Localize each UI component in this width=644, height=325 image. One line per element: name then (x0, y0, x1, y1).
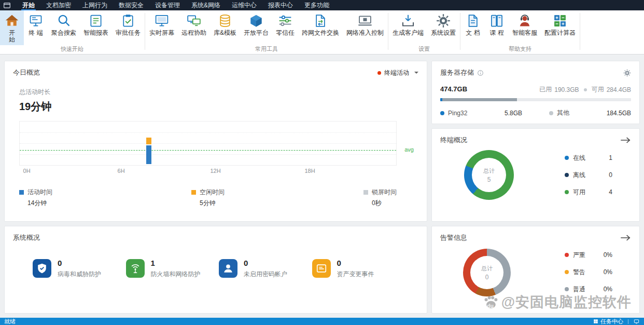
used-value: 190.3GB (554, 86, 579, 93)
card-title: 系统概况 (13, 233, 40, 242)
nac-icon (358, 13, 372, 28)
legend-dot-icon (565, 253, 569, 257)
ribbon-button-label: 配置计算器 (544, 30, 576, 36)
free-label: 可用 (592, 85, 604, 94)
average-line (20, 150, 396, 151)
active-time-bar (146, 145, 151, 164)
status-bar: 就绪 任务中心 (0, 318, 644, 325)
storage-total: 474.7GB (440, 85, 467, 93)
legend-value: 5分钟 (200, 199, 225, 208)
support-icon (517, 13, 532, 28)
gear-icon[interactable] (623, 69, 631, 77)
storage-row: 其他184.5GB (549, 109, 631, 117)
ribbon-button-settings[interactable]: 系统设置 (427, 10, 459, 45)
ribbon-button-label: 智能客服 (512, 30, 537, 36)
legend-value: 0 (609, 171, 612, 179)
ribbon-button-platform[interactable]: 开放平台 (240, 10, 272, 45)
monitor-icon[interactable] (633, 319, 640, 324)
legend-value: 0% (604, 286, 612, 293)
ribbon-button-support[interactable]: 智能客服 (509, 10, 541, 45)
arrow-right-icon[interactable] (620, 137, 631, 144)
course-icon (489, 13, 504, 28)
legend-name: 空闲时间 (200, 188, 225, 197)
chevron-down-icon (414, 72, 418, 76)
ribbon-button-label: 文 档 (466, 30, 480, 36)
metric-label: 总活动时长 (19, 88, 418, 97)
legend-dot-icon (565, 156, 569, 160)
ribbon-button-remote[interactable]: 远程协助 (178, 10, 210, 45)
legend-value: 1 (609, 154, 612, 161)
approval-icon (121, 13, 135, 28)
app-window-icon (3, 2, 11, 9)
arrow-right-icon[interactable] (620, 234, 631, 241)
legend-name: 可用 (573, 188, 585, 197)
menu-tab-6[interactable]: 系统&网络 (186, 0, 226, 10)
ribbon-button-calculator[interactable]: 配置计算器 (541, 10, 579, 45)
grid-icon (593, 319, 598, 324)
ribbon-button-report[interactable]: 智能报表 (80, 10, 112, 45)
ribbon-button-label: 实时屏幕 (149, 30, 174, 36)
storage-name: Ping32 (448, 110, 467, 117)
server-storage-card: 服务器存储 474.7GB 已用 190.3GB 可用 284.4GB (431, 61, 640, 124)
chart-legend-item: 空闲时间5分钟 (191, 188, 225, 208)
zerotrust-icon (278, 13, 292, 28)
x-tick-label: 0H (23, 168, 31, 174)
card-title: 今日概览 (13, 68, 40, 77)
info-icon[interactable] (477, 70, 484, 76)
menu-tab-7[interactable]: 运维中心 (226, 0, 262, 10)
ribbon-button-nac[interactable]: 网络准入控制 (343, 10, 387, 45)
system-overview-card: 系统概况 0病毒和威胁防护1防火墙和网络防护0未启用密码帐户0资产变更事件 (4, 226, 427, 314)
donut-center-label: 总计 (483, 167, 495, 175)
ribbon-separator (580, 13, 580, 50)
metric-value: 0 (58, 259, 101, 267)
ribbon-button-label: 课 程 (489, 30, 503, 36)
donut-legend-item: 严重0% (565, 251, 612, 260)
storage-progress-bar (440, 98, 631, 101)
storage-value: 5.8GB (505, 110, 522, 117)
ribbon-button-label: 生成客户端 (393, 30, 424, 36)
donut-legend-item: 在线1 (565, 154, 612, 162)
legend-value: 4 (609, 188, 612, 196)
firewall-icon (126, 259, 145, 278)
exchange-icon (313, 13, 328, 28)
metric-label: 未启用密码帐户 (244, 270, 287, 279)
legend-name: 活动时间 (27, 188, 52, 197)
ribbon-button-client[interactable]: 生成客户端 (389, 10, 427, 45)
free-value: 284.4GB (607, 86, 631, 93)
metric-value: 19分钟 (19, 100, 418, 114)
ribbon-group-label: 设置 (389, 45, 459, 54)
menu-tab-5[interactable]: 设备管理 (149, 0, 186, 10)
average-line-label: avg (404, 146, 414, 153)
ribbon-button-screen[interactable]: 实时屏幕 (146, 10, 178, 45)
ribbon-button-library[interactable]: 库&模板 (210, 10, 240, 45)
activity-filter-dropdown[interactable]: 终端活动 (377, 69, 418, 77)
menu-tab-9[interactable]: 更多功能 (299, 0, 335, 10)
idle-time-bar (146, 138, 151, 144)
status-ready: 就绪 (4, 318, 16, 325)
ribbon-button-approval[interactable]: 审批任务 (112, 10, 144, 45)
ribbon-button-course[interactable]: 课 程 (485, 10, 509, 45)
legend-value: 0秒 (372, 199, 397, 208)
menu-tab-8[interactable]: 报表中心 (262, 0, 299, 10)
ribbon-button-home[interactable]: 开 始 (0, 10, 24, 45)
task-center-button[interactable]: 任务中心 (593, 318, 623, 325)
menu-tab-2[interactable]: 文档加密 (40, 0, 77, 10)
x-tick-label: 12H (210, 168, 220, 174)
app-window: 开始文档加密上网行为数据安全设备管理系统&网络运维中心报表中心更多功能 开 始终… (0, 0, 644, 325)
ribbon-button-terminal[interactable]: 终 端 (24, 10, 48, 45)
ribbon-button-exchange[interactable]: 跨网文件交换 (298, 10, 343, 45)
menu-tab-1[interactable]: 开始 (17, 0, 40, 10)
donut-center: 总计 5 (472, 158, 506, 192)
menu-tab-3[interactable]: 上网行为 (77, 0, 113, 10)
chart-legend-item: 锁屏时间0秒 (363, 188, 397, 208)
terminal-overview-card: 终端概况 总计 5 在线1离线0可用4 (431, 128, 640, 222)
storage-summary: 474.7GB 已用 190.3GB 可用 284.4GB (440, 85, 631, 94)
ribbon-button-zerotrust[interactable]: 零信任 (272, 10, 298, 45)
card-title: 服务器存储 (440, 68, 474, 77)
ribbon-button-search[interactable]: 聚合搜索 (48, 10, 80, 45)
app-menu-button[interactable] (0, 0, 13, 10)
ribbon-group: 生成客户端系统设置设置 (389, 10, 459, 54)
menu-tab-4[interactable]: 数据安全 (113, 0, 149, 10)
docs-icon (466, 13, 480, 28)
ribbon-button-docs[interactable]: 文 档 (461, 10, 485, 45)
